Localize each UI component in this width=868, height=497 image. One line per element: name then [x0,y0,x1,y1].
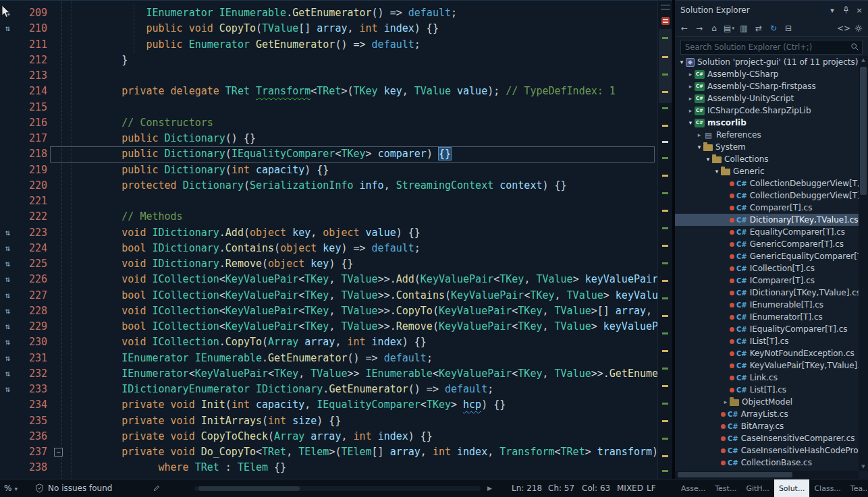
implements-overrides-icon[interactable]: ⇅ [0,21,15,36]
tree-item-dictionary-tkey-tvalue-cs[interactable]: C#Dictionary[TKey,TValue].cs [675,214,859,226]
column-indicator[interactable]: Col: 63 [582,479,610,497]
scroll-up-icon[interactable] [859,56,868,64]
implements-overrides-icon[interactable]: ⇅ [0,366,15,382]
scrollbar-thumb[interactable] [860,67,867,195]
tree-item-caseinsensitivehashcodeprovider-cs[interactable]: C#CaseInsensitiveHashCodeProvider.cs [675,444,859,457]
tree-item-collectiondebuggerview-t-cs[interactable]: C#CollectionDebuggerView[T].cs [675,189,859,202]
expand-icon[interactable] [695,131,703,138]
code-line-214[interactable]: 214 private delegate TRet Transform<TRet… [0,84,657,99]
implements-overrides-icon[interactable]: ⇅ [0,382,15,397]
scroll-right-icon[interactable] [487,479,492,497]
tool-window-tab-gith[interactable]: GitH... [741,479,774,497]
code-text[interactable]: private void InitArrays(int size) {} [61,413,341,429]
tree-item-keynotfoundexception-cs[interactable]: C#KeyNotFoundException.cs [675,347,859,359]
code-line-219[interactable]: 219 public Dictionary(int capacity) {} [0,163,657,178]
line-number[interactable]: 230 [15,334,47,350]
line-number[interactable]: 222 [15,209,47,225]
code-line-222[interactable]: 222 // Methods [0,209,657,225]
home-icon[interactable]: ⌂ [707,22,721,35]
tree-item-mscorlib[interactable]: C#mscorlib [675,117,859,129]
tree-item-idictionary-tkey-tvalue-cs[interactable]: C#IDictionary[TKey,TValue].cs [675,287,859,299]
document-health-status[interactable]: No issues found [35,479,112,497]
collapse-icon[interactable] [713,168,721,175]
line-number[interactable]: 225 [15,256,47,272]
code-text[interactable]: bool IDictionary.Contains(object key) =>… [61,241,421,256]
close-icon[interactable]: × [853,5,865,16]
line-number[interactable]: 233 [15,382,47,397]
tree-item-genericequalitycomparer-t-cs[interactable]: C#GenericEqualityComparer[T].cs [675,250,859,262]
zoom-control[interactable]: % [4,479,18,497]
scrollbar-thumb[interactable] [678,472,792,477]
tree-item-objectmodel[interactable]: ObjectModel [675,396,859,408]
implements-overrides-icon[interactable]: ⇅ [0,319,15,334]
code-text[interactable]: public Dictionary(int capacity) {} [61,163,329,178]
editor-horizontal-scrollbar[interactable] [194,486,481,491]
collapse-all-icon[interactable]: ⊟ [782,22,795,35]
code-text[interactable]: void ICollection<KeyValuePair<TKey, TVal… [61,303,657,319]
code-text[interactable]: // Methods [61,209,183,225]
forward-icon[interactable]: → [693,22,706,35]
line-number[interactable]: 229 [15,319,47,334]
collapse-icon[interactable] [686,119,695,126]
tree-item-icollection-t-cs[interactable]: C#ICollection[T].cs [675,262,859,274]
search-input[interactable] [680,40,863,55]
implements-overrides-icon[interactable]: ⇅ [0,288,15,303]
editor-scrollbar[interactable] [657,0,672,479]
code-text[interactable]: private void CopyToCheck(Array array, in… [61,429,433,444]
collapse-icon[interactable] [704,156,712,163]
code-text[interactable]: void ICollection<KeyValuePair<TKey, TVal… [61,272,657,287]
expand-icon[interactable] [686,95,695,102]
collapse-region-icon[interactable]: − [54,448,63,457]
expand-icon[interactable] [686,83,695,90]
code-text[interactable]: IEnumerator IEnumerable.GetEnumerator() … [61,5,457,21]
code-text[interactable]: private void Init(int capacity, IEqualit… [61,397,506,413]
line-number[interactable]: 228 [15,303,47,319]
code-line-217[interactable]: 217 public Dictionary() {} [0,131,657,146]
code-line-216[interactable]: 216 // Constructors [0,115,657,131]
code-line-218[interactable]: 218 public Dictionary(IEqualityComparer<… [0,146,657,162]
code-line-215[interactable]: 215 [0,100,657,115]
code-text[interactable]: IEnumerator IEnumerable.GetEnumerator() … [61,351,433,366]
tree-item-genericcomparer-t-cs[interactable]: C#GenericComparer[T].cs [675,238,859,250]
tree-item-arraylist-cs[interactable]: C#ArrayList.cs [675,408,859,420]
tree-item-comparer-t-cs[interactable]: C#Comparer[T].cs [675,202,859,214]
pin-icon[interactable] [840,5,852,16]
code-text[interactable]: private delegate TRet Transform<TRet>(TK… [61,84,616,99]
code-text[interactable]: void IDictionary.Add(object key, object … [61,225,421,241]
tree-item-collections[interactable]: Collections [675,153,859,165]
scrollbar-thumb[interactable] [198,486,300,491]
code-text[interactable]: void ICollection.CopyTo(Array array, int… [61,334,427,350]
code-text[interactable]: IEnumerator<KeyValuePair<TKey, TValue>> … [61,366,657,382]
tool-window-tab-test[interactable]: Test... [710,479,741,497]
code-line-230[interactable]: ⇅230 void ICollection.CopyTo(Array array… [0,334,657,350]
line-number[interactable]: 214 [15,84,47,99]
code-line-225[interactable]: ⇅225 void IDictionary.Remove(object key)… [0,256,657,272]
code-text[interactable]: IDictionaryEnumerator IDictionary.GetEnu… [61,382,493,397]
line-number[interactable]: 235 [15,413,47,429]
code-line-224[interactable]: ⇅224 bool IDictionary.Contains(object ke… [0,241,657,256]
implements-overrides-icon[interactable]: ⇅ [0,241,15,256]
code-text[interactable]: // Constructors [61,115,213,131]
code-text[interactable]: bool ICollection<KeyValuePair<TKey, TVal… [61,319,657,334]
implements-overrides-icon[interactable]: ⇅ [0,334,15,350]
implements-overrides-icon[interactable]: ⇅ [0,303,15,319]
tree-item-keyvaluepair-tkey-tvalue-cs[interactable]: C#KeyValuePair[TKey,TValue].cs [675,359,859,372]
line-number[interactable]: 231 [15,351,47,366]
line-number[interactable]: 215 [15,100,47,115]
code-text[interactable]: public Dictionary() {} [61,131,256,146]
line-indicator[interactable]: Ln: 218 [512,479,542,497]
switch-views-icon[interactable]: ▤▾ [722,22,736,35]
line-number[interactable]: 236 [15,429,47,444]
line-number[interactable]: 217 [15,131,47,146]
collapse-icon[interactable] [678,59,686,65]
implements-overrides-icon[interactable]: ⇅ [0,225,15,241]
code-line-220[interactable]: 220 protected Dictionary(SerializationIn… [0,178,657,194]
sync-with-active-document-icon[interactable]: ⇄ [752,22,765,35]
scroll-down-icon[interactable] [859,463,868,471]
tool-window-tab-tea[interactable]: Tea... [846,479,868,497]
code-text[interactable]: public void CopyTo(TValue[] array, int i… [61,21,439,36]
tree-item-icomparer-t-cs[interactable]: C#IComparer[T].cs [675,274,859,287]
code-line-211[interactable]: 211 public Enumerator GetEnumerator() =>… [0,37,657,53]
tree-item-assembly-csharp[interactable]: C#Assembly-CSharp [675,68,859,80]
code-text[interactable]: void IDictionary.Remove(object key) {} [61,256,354,272]
